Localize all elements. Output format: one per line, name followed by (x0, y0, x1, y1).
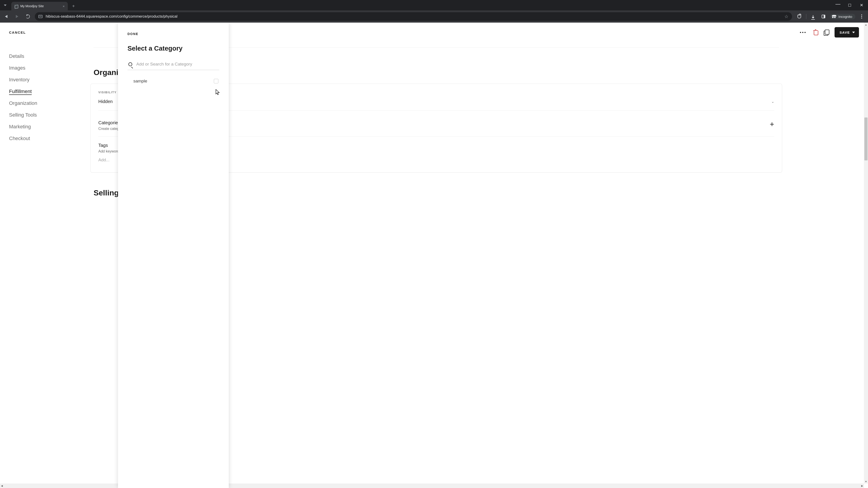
sidenav-item-organization[interactable]: Organization (9, 99, 37, 107)
nav-reload-button[interactable] (24, 13, 32, 20)
browser-tabstrip: My Moodjoy Site × + — ✕ (0, 0, 868, 10)
category-list: sample (127, 76, 219, 86)
browser-menu-button[interactable] (858, 12, 866, 21)
done-button[interactable]: DONE (127, 32, 219, 36)
vertical-scrollbar[interactable]: ▲ ▼ (864, 23, 868, 484)
modal-title: Select a Category (127, 45, 219, 52)
save-button[interactable]: SAVE (835, 27, 859, 37)
chevron-down-icon: ⌄ (771, 99, 774, 104)
sidenav-item-selling-tools[interactable]: Selling Tools (9, 111, 37, 119)
scroll-thumb[interactable] (864, 118, 868, 160)
downloads-icon[interactable] (809, 12, 817, 21)
nav-forward-button[interactable] (13, 13, 21, 20)
window-close-button[interactable]: ✕ (856, 1, 867, 9)
scroll-up-arrow[interactable]: ▲ (864, 23, 868, 27)
sidenav-item-checkout[interactable]: Checkout (9, 134, 37, 143)
app-viewport: CANCEL SAVE Details Images Inventory Ful… (0, 23, 868, 488)
editor-sidenav: Details Images Inventory Fulfillment Org… (9, 52, 37, 143)
category-item[interactable]: sample (127, 76, 219, 86)
search-icon (128, 62, 132, 66)
site-info-icon[interactable] (38, 15, 42, 18)
toolbar-separator (806, 14, 806, 19)
delete-button[interactable] (813, 30, 818, 35)
scroll-down-arrow[interactable]: ▼ (864, 480, 868, 484)
visibility-value: Hidden (98, 99, 113, 104)
incognito-badge[interactable]: Incognito (830, 14, 855, 20)
chevron-down-icon (852, 32, 855, 33)
extensions-icon[interactable] (795, 12, 803, 21)
sidenav-item-images[interactable]: Images (9, 64, 37, 72)
scroll-left-arrow[interactable]: ◀ (1, 484, 3, 487)
url-text: hibiscus-seabass-6444.squarespace.com/co… (46, 14, 781, 19)
window-maximize-button[interactable] (844, 1, 855, 9)
side-panel-icon[interactable] (819, 12, 828, 21)
nav-back-button[interactable] (2, 13, 10, 20)
select-category-panel: DONE Select a Category sample (118, 23, 229, 488)
close-tab-icon[interactable]: × (63, 4, 65, 8)
incognito-label: Incognito (838, 15, 852, 19)
window-controls: — ✕ (833, 0, 867, 10)
browser-toolbar: hibiscus-seabass-6444.squarespace.com/co… (0, 10, 868, 23)
duplicate-button[interactable] (824, 30, 829, 35)
save-button-label: SAVE (839, 31, 850, 34)
scroll-right-arrow[interactable]: ▶ (861, 484, 863, 487)
category-item-name: sample (133, 78, 147, 84)
incognito-icon (832, 15, 837, 18)
browser-tab[interactable]: My Moodjoy Site × (11, 2, 68, 10)
sidenav-item-inventory[interactable]: Inventory (9, 75, 37, 84)
add-category-button[interactable]: + (770, 120, 774, 128)
category-search-input[interactable] (136, 62, 219, 67)
new-tab-button[interactable]: + (70, 3, 77, 9)
category-item-checkbox[interactable] (214, 79, 218, 84)
tab-title: My Moodjoy Site (20, 4, 43, 8)
tablist-dropdown[interactable] (0, 0, 10, 10)
more-actions-button[interactable] (798, 30, 807, 35)
category-search-row (127, 60, 219, 70)
sidenav-item-fulfillment[interactable]: Fulfillment (9, 87, 37, 96)
address-bar[interactable]: hibiscus-seabass-6444.squarespace.com/co… (35, 12, 792, 21)
bookmark-star-icon[interactable]: ☆ (784, 14, 788, 19)
sidenav-item-marketing[interactable]: Marketing (9, 123, 37, 131)
window-minimize-button[interactable]: — (833, 0, 843, 8)
tab-favicon (14, 4, 18, 8)
sidenav-item-details[interactable]: Details (9, 52, 37, 61)
cancel-button[interactable]: CANCEL (9, 31, 26, 34)
